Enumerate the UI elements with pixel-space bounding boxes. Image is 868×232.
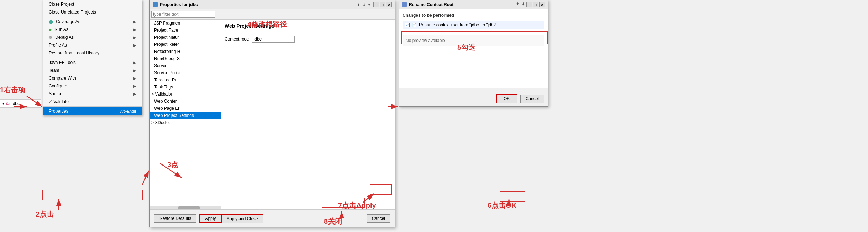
menu-item-validate[interactable]: ✓ Validate (43, 98, 142, 106)
arrow-icon-7: ▶ (133, 76, 136, 80)
debug-icon: ⚙ (49, 35, 52, 40)
window-controls: — □ ✕ (373, 2, 392, 7)
svg-line-4 (142, 171, 149, 185)
arrow-icon-6: ▶ (133, 69, 136, 72)
filter-row (150, 9, 395, 20)
props-footer: Restore Defaults Apply Apply and Close C… (150, 209, 395, 227)
tree-item-web-project-settings[interactable]: Web Project Settings (150, 112, 221, 119)
tree-item-xdoclet[interactable]: > XDoclet (150, 119, 221, 126)
tree-item-jsp[interactable]: JSP Fragmen (150, 20, 221, 27)
tree-item-web-page[interactable]: Web Page Er (150, 105, 221, 112)
rename-minimize-btn[interactable]: — (526, 2, 532, 7)
svg-rect-10 (43, 190, 142, 200)
nav-back-btn[interactable]: ⬆ (356, 2, 361, 7)
context-root-label: Context root: (225, 37, 249, 42)
rename-maximize-btn[interactable]: □ (533, 2, 538, 7)
scrollbar-thumb (178, 206, 200, 209)
tree-item-project-face[interactable]: Project Face (150, 27, 221, 34)
rename-dialog-icon (402, 2, 407, 7)
rename-item-text: Rename context root from "jdbc" to "jdb2… (419, 22, 497, 27)
tree-item-run-debug[interactable]: Run/Debug S (150, 55, 221, 62)
cancel-btn[interactable]: Cancel (367, 214, 390, 223)
arrow-icon-5: ▶ (133, 61, 136, 65)
menu-item-coverage[interactable]: ⬤ Coverage As ▶ (43, 18, 142, 26)
project-tree: ▾ 🗂 jdbc (0, 99, 41, 108)
rename-footer: OK Cancel (399, 91, 548, 106)
menu-item-configure[interactable]: Configure ▶ (43, 82, 142, 90)
right-panel-title: Web Project Settings (225, 23, 391, 31)
rename-close-btn[interactable]: ✕ (539, 2, 545, 7)
menu-item-java-ee[interactable]: Java EE Tools ▶ (43, 59, 142, 66)
tree-item-targeted[interactable]: Targeted Rur (150, 76, 221, 83)
filter-input[interactable] (151, 11, 215, 18)
annotation-1: 1右击项 (0, 85, 25, 95)
rename-window-controls: ⬆ ⬇ — □ ✕ (515, 2, 545, 7)
rename-body: Changes to be performed ✓ 📄 Rename conte… (399, 9, 548, 88)
context-root-input[interactable] (252, 36, 295, 43)
tree-item-web-content[interactable]: Web Conter (150, 98, 221, 105)
properties-title: Properties for jdbc (160, 2, 198, 7)
project-icon: 🗂 (6, 101, 10, 106)
separator-1 (43, 17, 142, 17)
tree-item-project-natur[interactable]: Project Natur (150, 34, 221, 41)
rename-checkbox[interactable]: ✓ (405, 23, 410, 27)
props-tree: JSP Fragmen Project Face Project Natur P… (150, 20, 221, 217)
properties-titlebar: Properties for jdbc ⬆ ⬇ ▾ — □ ✕ (150, 0, 395, 9)
menu-item-close-unrelated[interactable]: Close Unrelated Projects (43, 8, 142, 16)
annotation-2: 2点击 (36, 210, 54, 219)
tree-item-task-tags[interactable]: Task Tags (150, 83, 221, 91)
rename-title: Rename Context Root (409, 2, 453, 7)
svg-rect-13 (500, 192, 525, 202)
arrow-icon-3: ▶ (133, 36, 136, 39)
rename-cancel-btn[interactable]: Cancel (520, 95, 544, 103)
minimize-btn[interactable]: — (373, 2, 379, 7)
rename-nav-down[interactable]: ⬇ (521, 2, 526, 7)
tree-item-validation[interactable]: > Validation (150, 91, 221, 98)
tree-item-project-refer[interactable]: Project Refer (150, 41, 221, 48)
rename-section-title: Changes to be performed (403, 13, 544, 18)
arrow-icon: ▶ (133, 20, 136, 24)
annotation-6: 6点击OK (488, 201, 516, 210)
menu-item-restore-local[interactable]: Restore from Local History... (43, 49, 142, 57)
tree-item-service[interactable]: Service Polici (150, 69, 221, 76)
rename-preview: No preview available (403, 35, 544, 46)
nav-dropdown-btn[interactable]: ▾ (367, 2, 371, 7)
tree-item-server[interactable]: Server (150, 62, 221, 69)
menu-item-run-as[interactable]: ▶ Run As ▶ (43, 26, 142, 33)
menu-item-source[interactable]: Source ▶ (43, 90, 142, 98)
props-right-panel: Web Project Settings Context root: (221, 20, 395, 217)
close-btn[interactable]: ✕ (386, 2, 392, 7)
rename-dialog: Rename Context Root ⬆ ⬇ — □ ✕ Changes to… (399, 0, 548, 107)
scrollbar-h[interactable] (150, 206, 221, 209)
menu-item-team[interactable]: Team ▶ (43, 66, 142, 74)
arrow-icon-2: ▶ (133, 28, 136, 32)
context-menu[interactable]: Close Project Close Unrelated Projects ⬤… (43, 0, 142, 115)
apply-and-close-btn[interactable]: Apply and Close (221, 214, 263, 223)
coverage-icon: ⬤ (49, 20, 53, 24)
arrow-icon-9: ▶ (133, 92, 136, 96)
rename-item-icon: 📄 (412, 23, 417, 27)
separator-3 (43, 106, 142, 107)
props-body: JSP Fragmen Project Face Project Natur P… (150, 20, 395, 217)
tree-item-refactoring[interactable]: Refactoring H (150, 48, 221, 55)
menu-item-debug-as[interactable]: ⚙ Debug As ▶ (43, 33, 142, 41)
menu-item-properties[interactable]: Properties Alt+Enter (43, 107, 142, 115)
menu-item-close-project[interactable]: Close Project (43, 0, 142, 8)
menu-item-compare-with[interactable]: Compare With ▶ (43, 74, 142, 82)
project-tree-item-jdbc[interactable]: ▾ 🗂 jdbc (0, 100, 41, 107)
restore-defaults-btn[interactable]: Restore Defaults (154, 214, 196, 223)
context-root-row: Context root: (225, 36, 391, 43)
menu-item-profile-as[interactable]: Profile As ▶ (43, 41, 142, 49)
maximize-btn[interactable]: □ (380, 2, 385, 7)
rename-ok-btn[interactable]: OK (496, 94, 517, 103)
dialog-icon (153, 2, 158, 7)
expand-arrow: ▾ (2, 102, 4, 106)
rename-titlebar: Rename Context Root ⬆ ⬇ — □ ✕ (399, 0, 548, 9)
rename-item: ✓ 📄 Rename context root from "jdbc" to "… (403, 21, 544, 29)
separator-2 (43, 58, 142, 58)
nav-forward-btn[interactable]: ⬇ (362, 2, 367, 7)
nav-buttons: ⬆ ⬇ ▾ (356, 2, 371, 7)
apply-btn[interactable]: Apply (199, 214, 221, 223)
properties-dialog: Properties for jdbc ⬆ ⬇ ▾ — □ ✕ JSP Frag… (149, 0, 395, 227)
rename-nav-up[interactable]: ⬆ (515, 2, 520, 7)
